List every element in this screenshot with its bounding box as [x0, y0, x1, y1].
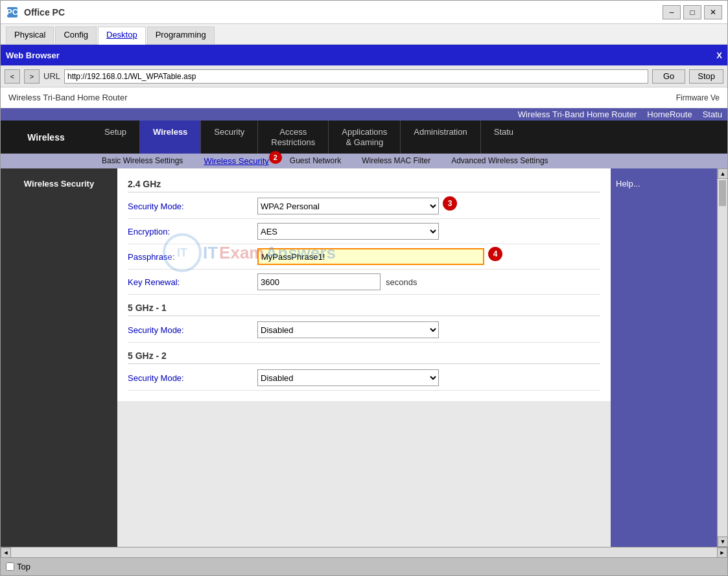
svg-text:PC: PC — [6, 7, 19, 17]
sub-nav-mac[interactable]: Wireless MAC Filter — [351, 154, 441, 168]
title-bar: PC Office PC – □ ✕ — [1, 1, 727, 24]
security-mode-row-5-1: Security Mode: Disabled WPA Personal WPA… — [128, 321, 600, 343]
key-renewal-label-24: Key Renewal: — [128, 277, 257, 287]
nav-item-security[interactable]: Security — [201, 121, 258, 154]
section-24ghz: 2.4 GHz Security Mode: WPA2 Personal Dis… — [128, 179, 600, 295]
scroll-track — [718, 179, 727, 536]
nav-item-access[interactable]: AccessRestrictions — [258, 121, 329, 154]
section-5ghz1-title: 5 GHz - 1 — [128, 303, 600, 316]
nav-item-admin[interactable]: Administration — [401, 121, 480, 154]
browser-title-bar: Web Browser X — [1, 45, 727, 65]
tab-config[interactable]: Config — [55, 27, 97, 44]
forward-button[interactable]: > — [24, 69, 40, 84]
vertical-scrollbar[interactable]: ▲ ▼ — [717, 168, 727, 547]
tab-programming[interactable]: Programming — [147, 27, 215, 44]
security-mode-label-5-1: Security Mode: — [128, 325, 257, 335]
section-5ghz2-title: 5 GHz - 2 — [128, 351, 600, 364]
security-mode-select-5-1[interactable]: Disabled WPA Personal WPA2 Personal — [257, 321, 439, 338]
app-tabs: Physical Config Desktop Programming — [1, 24, 727, 45]
router-nav: Wireless Tri-Band Home Router HomeRoute … — [1, 108, 727, 168]
router-header: Wireless Tri-Band Home Router Firmware V… — [1, 87, 727, 108]
bottom-bar: Top — [1, 557, 727, 575]
sub-nav-guest[interactable]: Guest Network — [279, 154, 351, 168]
router-name: Wireless Tri-Band Home Router — [8, 93, 128, 102]
security-mode-row-24: Security Mode: WPA2 Personal Disabled WP… — [128, 198, 600, 219]
form-container: 2.4 GHz Security Mode: WPA2 Personal Dis… — [117, 168, 611, 401]
nav-items-container: Setup Wireless Security AccessRestrictio… — [91, 121, 727, 154]
nav-item-status[interactable]: Statu — [481, 121, 526, 154]
section-5ghz2: 5 GHz - 2 Security Mode: Disabled WPA Pe… — [128, 351, 600, 391]
status-label: Statu — [703, 109, 722, 119]
step2-circle: 2 — [269, 151, 282, 164]
content-area: Wireless Tri-Band Home Router Firmware V… — [1, 87, 727, 557]
scroll-down-button[interactable]: ▼ — [718, 536, 727, 547]
step4-circle: 4 — [488, 247, 502, 261]
back-button[interactable]: < — [5, 69, 20, 84]
step3-circle: 3 — [443, 196, 457, 211]
browser-nav-bar: < > URL Go Stop — [1, 65, 727, 87]
scroll-right-button[interactable]: ► — [717, 547, 727, 558]
main-nav-row: Wireless Setup Wireless Security AccessR… — [1, 121, 727, 154]
horizontal-scrollbar[interactable]: ◄ ► — [1, 547, 727, 557]
go-button[interactable]: Go — [652, 69, 685, 84]
stop-button[interactable]: Stop — [689, 69, 723, 84]
passphrase-row-24: Passphrase: 4 — [128, 248, 600, 270]
nav-item-setup[interactable]: Setup — [91, 121, 140, 154]
nav-item-gaming[interactable]: Applications& Gaming — [329, 121, 401, 154]
main-form-area: IT IT Exam Answers 2.4 GHz Security Mode… — [117, 168, 611, 547]
main-window: PC Office PC – □ ✕ Physical Config Deskt… — [0, 0, 728, 576]
window-title: Office PC — [24, 7, 663, 17]
top-checkbox[interactable] — [6, 562, 14, 571]
sub-nav-spacer — [1, 154, 91, 168]
encryption-label-24: Encryption: — [128, 227, 257, 236]
scroll-up-button[interactable]: ▲ — [718, 168, 727, 179]
key-renewal-input-24[interactable] — [257, 273, 381, 290]
scroll-thumb[interactable] — [719, 180, 726, 206]
browser-close-button[interactable]: X — [716, 51, 722, 60]
sub-nav: Basic Wireless Settings Wireless Securit… — [1, 154, 727, 168]
help-label: Help... — [616, 179, 640, 189]
router-info-row: Wireless Tri-Band Home Router HomeRoute … — [1, 108, 727, 121]
seconds-label-24: seconds — [386, 277, 417, 287]
url-input[interactable] — [64, 69, 648, 84]
close-button[interactable]: ✕ — [704, 5, 722, 19]
security-mode-label-5-2: Security Mode: — [128, 373, 257, 383]
security-mode-row-5-2: Security Mode: Disabled WPA Personal WPA… — [128, 369, 600, 391]
sub-nav-security[interactable]: Wireless Security 2 — [193, 154, 279, 168]
tab-physical[interactable]: Physical — [6, 27, 54, 44]
scroll-left-button[interactable]: ◄ — [1, 547, 11, 558]
firmware-label: Firmware Ve — [676, 93, 720, 102]
home-route: HomeRoute — [647, 109, 692, 119]
h-scroll-track — [11, 547, 717, 557]
app-icon: PC — [6, 6, 19, 19]
url-label: URL — [43, 71, 60, 81]
encryption-row-24: Encryption: AES TKIP TKIP+AES — [128, 223, 600, 244]
sub-nav-basic[interactable]: Basic Wireless Settings — [91, 154, 193, 168]
sidebar-title: Wireless Security — [24, 179, 94, 189]
tab-desktop[interactable]: Desktop — [98, 27, 146, 45]
security-mode-select-5-2[interactable]: Disabled WPA Personal WPA2 Personal — [257, 369, 439, 386]
encryption-select-24[interactable]: AES TKIP TKIP+AES — [257, 223, 439, 240]
security-mode-label-24: Security Mode: — [128, 202, 257, 211]
section-24ghz-title: 2.4 GHz — [128, 179, 600, 192]
passphrase-label-24: Passphrase: — [128, 252, 257, 262]
browser-title: Web Browser — [6, 51, 60, 60]
sub-nav-advanced[interactable]: Advanced Wireless Settings — [441, 154, 558, 168]
right-sidebar: Help... — [611, 168, 727, 547]
content-wrapper: Wireless Security IT IT Exam Answers 2.4… — [1, 168, 727, 547]
passphrase-input-24[interactable] — [257, 248, 484, 265]
passphrase-field-24: 4 — [257, 248, 484, 265]
brand-top: Wireless Tri-Band Home Router — [518, 109, 637, 119]
top-label: Top — [17, 562, 30, 571]
left-sidebar: Wireless Security — [1, 168, 117, 547]
maximize-button[interactable]: □ — [683, 5, 701, 19]
minimize-button[interactable]: – — [663, 5, 681, 19]
nav-item-wireless[interactable]: Wireless — [140, 121, 201, 154]
key-renewal-row-24: Key Renewal: seconds — [128, 273, 600, 295]
section-5ghz1: 5 GHz - 1 Security Mode: Disabled WPA Pe… — [128, 303, 600, 343]
wireless-brand: Wireless — [1, 121, 91, 154]
security-mode-field-24: WPA2 Personal Disabled WPA Personal 3 — [257, 198, 439, 214]
security-mode-select-24[interactable]: WPA2 Personal Disabled WPA Personal — [257, 198, 439, 214]
window-controls: – □ ✕ — [663, 5, 722, 19]
